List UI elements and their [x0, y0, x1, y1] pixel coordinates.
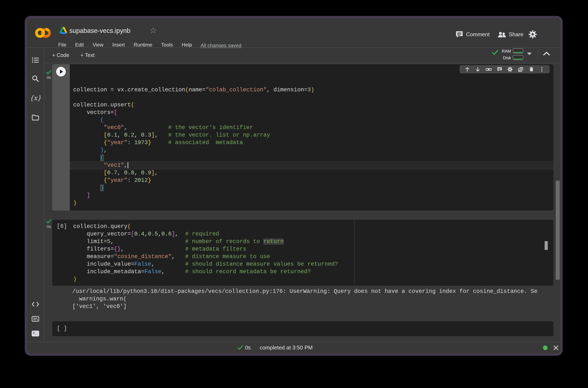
- code-line: collection.query(: [70, 223, 553, 230]
- code-line: limit=5, # number of records to return: [70, 238, 553, 245]
- colab-logo[interactable]: [35, 27, 52, 39]
- code-line: ): [70, 199, 553, 207]
- cell2-editor[interactable]: collection.query( query_vector=[0.4,0.5,…: [70, 220, 553, 286]
- ram-label: RAM: [495, 49, 511, 54]
- run-cell-button[interactable]: [56, 67, 66, 76]
- move-up-icon[interactable]: [465, 67, 470, 72]
- cell-toolbar: [460, 65, 550, 73]
- menu-item-runtime[interactable]: Runtime: [134, 42, 152, 48]
- code-line: include_value=False, # should distance m…: [70, 260, 553, 268]
- code-line: ): [70, 275, 553, 283]
- settings-gear-icon[interactable]: [528, 30, 537, 39]
- code-line: collection.upsert(: [70, 101, 553, 109]
- header-divider: [27, 47, 560, 48]
- code-line: {"year": 2012}: [70, 177, 553, 184]
- code-line: (: [70, 154, 553, 162]
- code-line: [70, 94, 553, 101]
- code-line: collection = vx.create_collection(name="…: [70, 86, 553, 94]
- sidebar-item-code-snippets[interactable]: [27, 300, 44, 308]
- move-down-icon[interactable]: [475, 67, 481, 72]
- sidebar-item-terminal[interactable]: >_: [27, 329, 44, 338]
- code-line: vectors=[: [70, 109, 553, 116]
- cell1-status-check-icon: [46, 70, 51, 74]
- code-line: ): [70, 184, 553, 192]
- cell2-editor-scrollbar[interactable]: [545, 241, 548, 250]
- gear-icon[interactable]: [507, 67, 513, 72]
- cell1-editor[interactable]: collection = vx.create_collection(name="…: [70, 64, 553, 211]
- sidebar-item-search[interactable]: [27, 74, 44, 83]
- header: supabase-vecs.ipynb ☆ FileEditViewInsert…: [27, 18, 560, 47]
- code-cell-2[interactable]: [6] collection.query( query_vector=[0.4,…: [52, 219, 554, 286]
- statusbar-exec-time: 0s: [245, 344, 251, 351]
- add-text-button[interactable]: + Text: [80, 52, 95, 58]
- play-icon: [60, 70, 63, 74]
- star-icon[interactable]: ☆: [150, 26, 157, 35]
- comment-icon: [455, 30, 464, 39]
- collapse-chevron-icon[interactable]: [543, 51, 550, 56]
- colab-window: supabase-vecs.ipynb ☆ FileEditViewInsert…: [25, 16, 563, 356]
- sidebar-item-command-palette[interactable]: [27, 315, 44, 323]
- statusbar-message: completed at 3:50 PM: [260, 344, 313, 351]
- connection-dot-icon: [543, 345, 548, 350]
- code-line: include_metadata=False, # should record …: [70, 268, 553, 275]
- cell2-exec-time: 0s: [46, 224, 51, 229]
- success-check-icon: [237, 345, 243, 350]
- comment-icon[interactable]: [497, 67, 502, 72]
- cell1-gutter: [52, 64, 70, 211]
- code-cell-3[interactable]: [ ]: [52, 321, 554, 337]
- code-line: query_vector=[0.4,0.5,0.6], # required: [70, 230, 553, 238]
- code-line: {"year": 1973} # associated metadata: [70, 139, 553, 146]
- menu-item-help[interactable]: Help: [182, 42, 192, 48]
- code-cell-1[interactable]: collection = vx.create_collection(name="…: [52, 64, 554, 211]
- cell2-execution-count: [6]: [57, 223, 67, 229]
- cell3-execution-count: [ ]: [57, 325, 67, 332]
- share-button[interactable]: Share: [509, 31, 523, 38]
- text-cursor: [128, 162, 128, 168]
- ram-usage-bar[interactable]: [513, 48, 523, 53]
- output-line: warnings.warn(: [69, 295, 554, 303]
- menu-item-file[interactable]: File: [58, 42, 66, 48]
- disk-usage-bar[interactable]: [513, 55, 523, 60]
- close-icon[interactable]: [553, 345, 559, 351]
- sidebar-item-toc[interactable]: [27, 56, 44, 64]
- toolbar-divider: [44, 63, 560, 63]
- delete-icon[interactable]: [529, 67, 534, 72]
- menu-item-edit[interactable]: Edit: [75, 42, 84, 48]
- code-line: "vec0", # the vector's identifier: [70, 124, 553, 131]
- menu-item-insert[interactable]: Insert: [112, 42, 125, 48]
- more-vert-icon[interactable]: [539, 67, 545, 72]
- output-line: ['vec1', 'vec0']: [69, 303, 554, 310]
- notebook-title[interactable]: supabase-vecs.ipynb: [69, 27, 130, 35]
- sidebar-item-files[interactable]: [27, 113, 44, 122]
- menu-item-view[interactable]: View: [93, 42, 103, 48]
- code-line: [0.7, 0.8, 0.9],: [70, 169, 553, 177]
- sidebar-item-variables[interactable]: {x}: [27, 94, 44, 102]
- sidebar-divider: [44, 48, 44, 342]
- code-line: [0.1, 0.2, 0.3], # the vector. list or n…: [70, 131, 553, 139]
- menu-item-tools[interactable]: Tools: [161, 42, 173, 48]
- mirror-cell-icon[interactable]: [518, 66, 524, 72]
- people-icon: [497, 31, 506, 38]
- link-icon[interactable]: [486, 67, 492, 72]
- menu-bar: FileEditViewInsertRuntimeToolsHelp: [58, 42, 192, 48]
- resources-dropdown-icon[interactable]: [527, 53, 532, 55]
- code-line: ]: [70, 192, 553, 199]
- cell2-output: /usr/local/lib/python3.10/dist-packages/…: [52, 288, 554, 318]
- toolbar-separator: [538, 50, 538, 58]
- cell2-pane-divider: [354, 220, 355, 286]
- code-line: measure="cosine_distance", # distance me…: [70, 253, 553, 260]
- statusbar: 0s completed at 3:50 PM: [27, 342, 560, 353]
- cell2-status-check-icon: [46, 219, 51, 223]
- add-code-button[interactable]: + Code: [52, 52, 69, 58]
- cell1-exec-time: 0s: [46, 75, 51, 80]
- comment-button[interactable]: Comment: [466, 31, 490, 38]
- notebook-scrollbar[interactable]: [556, 181, 560, 280]
- disk-label: Disk: [495, 55, 511, 60]
- code-line: (: [70, 116, 553, 124]
- code-line: "vec1",: [70, 162, 553, 169]
- code-line: ),: [70, 146, 553, 154]
- drive-file-icon: [59, 26, 68, 34]
- code-line: filters={}, # metadata filters: [70, 245, 553, 253]
- output-line: /usr/local/lib/python3.10/dist-packages/…: [69, 288, 554, 295]
